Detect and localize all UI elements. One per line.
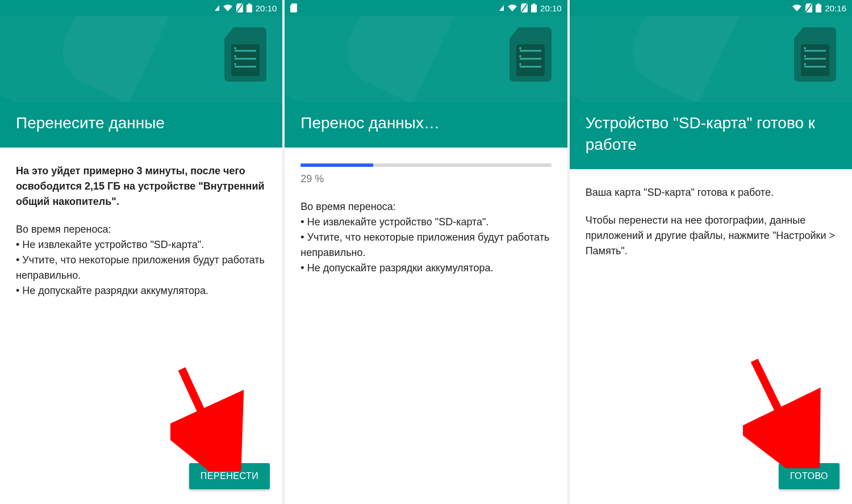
- svg-rect-26: [817, 3, 820, 5]
- body-text: Чтобы перенести на нее фотографии, данны…: [586, 213, 836, 259]
- svg-point-32: [804, 55, 806, 57]
- status-time: 20:16: [825, 3, 846, 13]
- svg-rect-6: [235, 58, 256, 60]
- svg-rect-18: [520, 50, 541, 52]
- sd-card-storage-icon: [224, 27, 266, 84]
- svg-point-22: [519, 55, 521, 57]
- svg-rect-5: [235, 50, 256, 52]
- intro-text: Во время переноса:: [16, 222, 266, 237]
- list-item: Не допускайте разрядки аккумулятора.: [16, 283, 266, 299]
- screen-3: 20:16 Устройство "SD-карта" готово к раб…: [570, 0, 852, 504]
- svg-rect-20: [520, 66, 541, 68]
- page-title: Перенос данных…: [285, 102, 567, 148]
- list-item: Учтите, что некоторые приложения будут р…: [300, 230, 551, 261]
- svg-marker-13: [499, 5, 504, 11]
- svg-rect-17: [516, 44, 545, 76]
- footer: ПЕРЕНЕСТИ: [0, 453, 282, 504]
- content-area: На это уйдет примерно 3 минуты, после че…: [0, 148, 282, 453]
- svg-rect-28: [804, 50, 826, 52]
- body-text: Ваша карта "SD-карта" готова к работе.: [586, 185, 836, 200]
- battery-icon: [531, 3, 537, 12]
- svg-rect-19: [520, 58, 541, 60]
- transfer-button[interactable]: ПЕРЕНЕСТИ: [189, 463, 270, 489]
- status-time: 20:10: [540, 3, 562, 13]
- svg-rect-27: [801, 44, 829, 76]
- intro-text: Во время переноса:: [300, 199, 551, 215]
- progress-fill: [300, 163, 373, 167]
- status-bar: 20:16: [570, 0, 852, 16]
- svg-point-21: [519, 47, 521, 49]
- svg-rect-2: [247, 5, 252, 12]
- svg-rect-25: [816, 5, 821, 12]
- status-bar: 20:10: [0, 0, 282, 16]
- footer: [285, 479, 567, 504]
- sd-card-storage-icon: [794, 27, 836, 84]
- hero-banner: [285, 16, 567, 102]
- battery-icon: [247, 3, 252, 12]
- no-sim-icon: [805, 3, 812, 12]
- svg-rect-7: [235, 66, 256, 68]
- svg-rect-3: [248, 3, 250, 5]
- content-area: Ваша карта "SD-карта" готова к работе. Ч…: [570, 169, 852, 453]
- footer: ГОТОВО: [570, 453, 852, 504]
- svg-rect-15: [531, 5, 537, 12]
- list-item: Не допускайте разрядки аккумулятора.: [300, 261, 551, 276]
- sd-card-storage-icon: [509, 27, 552, 84]
- svg-point-23: [519, 63, 521, 65]
- svg-point-33: [804, 63, 806, 65]
- warning-list: Не извлекайте устройство "SD-карта". Учт…: [16, 237, 266, 299]
- svg-rect-4: [231, 44, 260, 76]
- svg-point-8: [234, 47, 236, 49]
- hero-banner: [0, 16, 282, 102]
- warning-list: Не извлекайте устройство "SD-карта". Учт…: [300, 215, 551, 276]
- done-button[interactable]: ГОТОВО: [779, 463, 840, 489]
- progress-bar: [300, 163, 551, 167]
- page-title: Устройство "SD-карта" готово к работе: [570, 102, 852, 169]
- list-item: Учтите, что некоторые приложения будут р…: [16, 253, 266, 283]
- list-item: Не извлекайте устройство "SD-карта".: [300, 215, 551, 230]
- list-item: Не извлекайте устройство "SD-карта".: [16, 237, 266, 253]
- svg-rect-16: [533, 3, 535, 5]
- wifi-icon: [792, 4, 802, 12]
- wifi-icon: [223, 4, 233, 12]
- svg-point-10: [234, 63, 236, 65]
- page-title: Перенесите данные: [0, 102, 282, 148]
- screen-1: 20:10 Перенесите данные На это уйдет при…: [0, 0, 282, 504]
- sd-card-icon: [290, 3, 297, 12]
- summary-text: На это уйдет примерно 3 минуты, после че…: [16, 163, 266, 209]
- screen-2: 20:10 Перенос данных… 29 % Во время пере…: [285, 0, 567, 504]
- svg-point-9: [234, 55, 236, 57]
- status-time: 20:10: [256, 3, 277, 13]
- battery-icon: [816, 3, 821, 12]
- no-sim-icon: [236, 3, 243, 12]
- signal-triangle-icon: [499, 5, 504, 11]
- content-area: 29 % Во время переноса: Не извлекайте ус…: [285, 148, 567, 479]
- svg-rect-30: [804, 66, 826, 68]
- signal-triangle-icon: [215, 5, 219, 11]
- no-sim-icon: [521, 3, 528, 12]
- svg-point-31: [804, 47, 806, 49]
- hero-banner: [570, 16, 852, 102]
- status-bar: 20:10: [285, 0, 567, 16]
- svg-rect-29: [804, 58, 826, 60]
- wifi-icon: [507, 4, 517, 12]
- progress-percent-label: 29 %: [300, 171, 551, 187]
- svg-marker-0: [215, 5, 219, 11]
